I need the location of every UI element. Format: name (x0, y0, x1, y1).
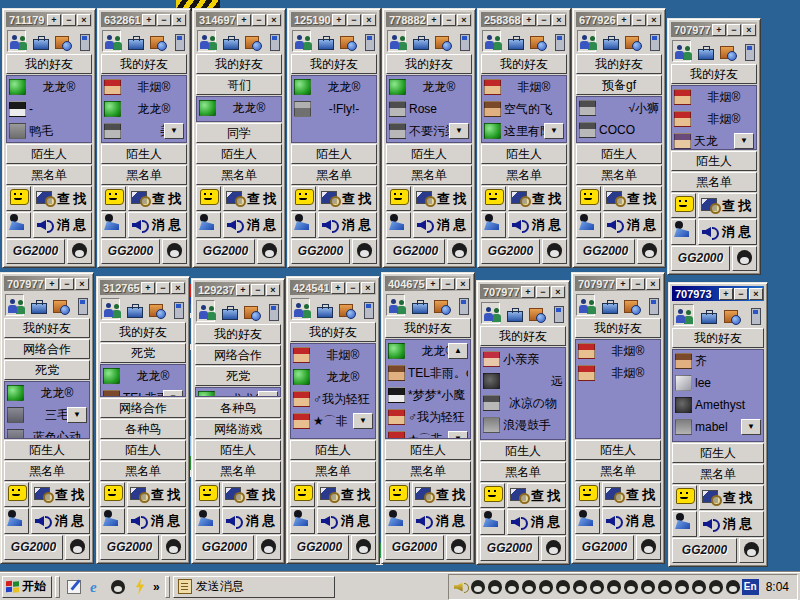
qq-wizard-button[interactable] (672, 511, 697, 536)
contact-row[interactable]: *梦梦*小魔 (386, 384, 470, 406)
group-tab-button[interactable]: 我的好友 (671, 64, 757, 84)
tray-qq-icon[interactable] (589, 579, 605, 595)
penguin-button[interactable] (161, 535, 186, 560)
qq-wizard-button[interactable] (4, 508, 29, 533)
message-button[interactable]: 消 息 (413, 212, 472, 237)
message-button[interactable]: 消 息 (508, 212, 567, 237)
group-tab-button[interactable]: 陌生人 (671, 151, 757, 171)
group-tab-button[interactable]: 我的好友 (6, 54, 92, 74)
window-titlebar[interactable]: 707977+−× (4, 276, 90, 291)
contact-row[interactable] (102, 142, 186, 143)
toolbar-briefcase-button[interactable] (599, 30, 618, 52)
group-tab-button[interactable]: 黑名单 (101, 165, 187, 185)
group-tab-button[interactable]: 我的好友 (386, 54, 472, 74)
toolbar-mobile-button[interactable] (168, 30, 187, 52)
toolbar-news-button[interactable] (525, 302, 544, 324)
toolbar-mobile-button[interactable] (548, 30, 567, 52)
contact-row[interactable]: 非烟® (482, 76, 566, 98)
group-tab-button[interactable]: 预备gf (576, 75, 662, 95)
group-tab-button[interactable]: 我的好友 (480, 326, 566, 346)
contact-row[interactable]: lee (673, 372, 763, 394)
toolbar-mobile-button[interactable] (744, 304, 765, 326)
group-tab-button[interactable]: 陌生人 (385, 440, 471, 460)
penguin-button[interactable] (351, 535, 376, 560)
tray-qq-icon[interactable] (487, 579, 503, 595)
toolbar-mobile-button[interactable] (73, 30, 92, 52)
toolbar-mobile-button[interactable] (453, 30, 472, 52)
window-minimize-button[interactable]: − (631, 278, 645, 290)
group-tab-button[interactable]: 我的好友 (196, 54, 282, 74)
group-tab-button[interactable]: 黑名单 (576, 165, 662, 185)
contact-row[interactable]: 龙龙的空 (387, 142, 471, 143)
group-tab-button[interactable]: 陌生人 (672, 443, 764, 463)
window-close-button[interactable]: × (172, 14, 186, 26)
penguin-button[interactable] (637, 239, 662, 264)
window-rollup-button[interactable]: + (521, 286, 535, 298)
toolbar-briefcase-button[interactable] (504, 30, 523, 52)
toolbar-news-button[interactable] (336, 30, 355, 52)
window-titlebar[interactable]: 125190+−× (291, 12, 377, 27)
window-rollup-button[interactable]: + (237, 14, 251, 26)
toolbar-briefcase-button[interactable] (697, 304, 718, 326)
window-rollup-button[interactable]: + (236, 284, 250, 296)
scroll-down-button[interactable]: ▼ (734, 133, 754, 149)
find-button[interactable]: 查 找 (31, 482, 90, 507)
toolbar-news-button[interactable] (716, 40, 735, 62)
smiley-chat-button[interactable] (480, 483, 505, 508)
group-tab-button[interactable]: 我的好友 (195, 324, 281, 344)
group-tab-button[interactable]: 死党 (195, 366, 281, 386)
tray-qq-icon[interactable] (504, 579, 520, 595)
penguin-button[interactable] (739, 538, 764, 563)
qq-wizard-button[interactable] (576, 212, 601, 237)
window-titlebar[interactable]: 707977+−× (575, 276, 661, 291)
find-button[interactable]: 查 找 (128, 186, 187, 211)
group-tab-button[interactable]: 我的好友 (385, 318, 471, 338)
window-minimize-button[interactable]: − (62, 14, 76, 26)
toolbar-news-button[interactable] (49, 294, 68, 316)
window-titlebar[interactable]: 258368+−× (481, 12, 567, 27)
message-button[interactable]: 消 息 (603, 212, 662, 237)
window-close-button[interactable]: × (749, 288, 763, 300)
toolbar-friends-button[interactable] (386, 294, 405, 316)
toolbar-friends-button[interactable] (672, 40, 691, 62)
show-desktop-icon[interactable] (65, 578, 83, 596)
qq-wizard-button[interactable] (100, 508, 125, 533)
language-indicator[interactable]: En (742, 579, 759, 595)
toolbar-news-button[interactable] (146, 30, 165, 52)
window-close-button[interactable]: × (75, 278, 89, 290)
smiley-chat-button[interactable] (290, 482, 315, 507)
message-button[interactable]: 消 息 (317, 508, 376, 533)
penguin-button[interactable] (446, 535, 471, 560)
group-tab-button[interactable]: 黑名单 (195, 461, 281, 481)
scroll-down-button[interactable]: ▼ (544, 123, 564, 139)
smiley-chat-button[interactable] (195, 482, 220, 507)
group-tab-button[interactable]: 黑名单 (291, 165, 377, 185)
contact-row[interactable]: 龙龙® (7, 76, 91, 98)
find-button[interactable]: 查 找 (602, 482, 661, 507)
contact-row[interactable]: 龙龙® (291, 366, 375, 388)
penguin-button[interactable] (732, 246, 757, 271)
smiley-chat-button[interactable] (4, 482, 29, 507)
tray-qq-icon[interactable] (572, 579, 588, 595)
window-rollup-button[interactable]: + (331, 282, 345, 294)
qq-wizard-button[interactable] (480, 509, 505, 534)
toolbar-mobile-button[interactable] (357, 298, 376, 320)
group-tab-button[interactable]: 同学 (196, 123, 282, 143)
qq-wizard-button[interactable] (575, 508, 600, 533)
window-titlebar[interactable]: 707977+−× (480, 284, 566, 299)
window-close-button[interactable]: × (362, 14, 376, 26)
group-tab-button[interactable]: 我的好友 (101, 54, 187, 74)
window-minimize-button[interactable]: − (441, 278, 455, 290)
group-tab-button[interactable]: 网络游戏 (195, 419, 281, 439)
smiley-chat-button[interactable] (576, 186, 601, 211)
winamp-lightning-icon[interactable] (131, 578, 149, 596)
gg2000-logo-button[interactable]: GG2000 (386, 239, 445, 264)
group-tab-button[interactable]: 黑名单 (100, 461, 186, 481)
group-tab-button[interactable]: 我的好友 (575, 318, 661, 338)
penguin-button[interactable] (162, 239, 187, 264)
toolbar-news-button[interactable] (620, 294, 639, 316)
contact-row[interactable] (482, 142, 566, 143)
window-close-button[interactable]: × (742, 24, 756, 36)
window-rollup-button[interactable]: + (47, 14, 61, 26)
toolbar-mobile-button[interactable] (263, 30, 282, 52)
